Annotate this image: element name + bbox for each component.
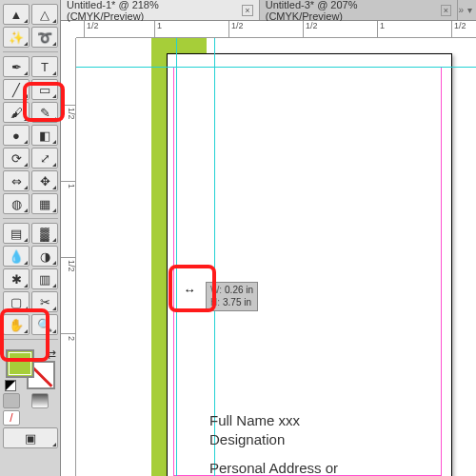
slice-tool[interactable]: ✂: [31, 291, 58, 312]
paintbrush-tool[interactable]: 🖌: [3, 102, 30, 123]
mesh-icon: ▤: [10, 228, 22, 240]
measure-h-label: H:: [210, 297, 220, 307]
resize-cursor-icon: ↔: [175, 282, 204, 297]
pencil-icon: ✎: [40, 107, 50, 119]
hand-tool[interactable]: ✋: [3, 314, 30, 335]
screen-mode-button[interactable]: ▣: [3, 427, 58, 448]
close-icon[interactable]: ×: [441, 5, 452, 16]
canvas[interactable]: Full Name xxx Designation Personal Addre…: [76, 38, 476, 476]
perspective-tool[interactable]: ▦: [31, 193, 58, 214]
zoom-tool[interactable]: 🔍: [31, 314, 58, 335]
ruler-tick: 1/2: [228, 21, 244, 37]
close-icon[interactable]: ×: [242, 5, 253, 16]
color-mode-button[interactable]: [3, 393, 20, 408]
mesh-tool[interactable]: ▤: [3, 223, 30, 244]
measure-w-value: 0.26 in: [225, 285, 253, 295]
guide-horizontal[interactable]: [76, 67, 476, 68]
direct-selection-icon: △: [40, 9, 50, 21]
free-transform-tool[interactable]: ✥: [31, 170, 58, 191]
line-tool[interactable]: ╱: [3, 79, 30, 100]
width-icon: ⇔: [11, 175, 22, 188]
swap-fill-stroke-icon[interactable]: ⇄: [47, 347, 56, 361]
lasso-tool[interactable]: ➰: [31, 27, 58, 48]
blob-brush-icon: ●: [12, 129, 20, 142]
line-icon: ╱: [12, 84, 20, 96]
hand-icon: ✋: [9, 319, 24, 331]
ruler-tick: 1/2: [61, 105, 75, 120]
fill-stroke-swatches: ⇄: [3, 347, 58, 391]
blend-icon: ◑: [40, 250, 50, 263]
gradient-mode-button[interactable]: [31, 393, 49, 408]
ruler-tick: 1/2: [451, 21, 466, 37]
tab-nav-next-icon[interactable]: »: [458, 5, 464, 15]
document-tab-bar: Untitled-1* @ 218% (CMYK/Preview) × Unti…: [61, 0, 476, 21]
blob-brush-tool[interactable]: ●: [3, 125, 30, 146]
type-icon: T: [41, 61, 49, 73]
rectangle-icon: ▭: [39, 84, 50, 96]
screen-mode-icon: ▣: [25, 432, 36, 445]
tab-menu-icon[interactable]: ▾: [467, 5, 472, 15]
text-full-name[interactable]: Full Name xxx: [209, 411, 300, 430]
direct-selection-tool[interactable]: △: [31, 4, 58, 25]
document-tab-1[interactable]: Untitled-1* @ 218% (CMYK/Preview) ×: [61, 0, 260, 20]
tab-nav: » ▾: [458, 0, 476, 20]
perspective-icon: ▦: [39, 198, 50, 210]
scale-tool[interactable]: ⤢: [31, 148, 58, 169]
gradient-icon: ▓: [40, 228, 49, 240]
paintbrush-icon: 🖌: [10, 107, 23, 119]
ruler-vertical[interactable]: 1/2 1 1/2 2: [61, 38, 76, 476]
ruler-tick: 1/2: [303, 21, 318, 37]
symbol-sprayer-icon: ✱: [11, 273, 22, 286]
text-designation[interactable]: Designation: [209, 430, 285, 449]
rectangle-tool[interactable]: ▭: [31, 79, 58, 100]
eraser-icon: ◧: [39, 129, 50, 142]
type-tool[interactable]: T: [31, 56, 58, 77]
artboard-tool[interactable]: ▢: [3, 291, 30, 312]
selection-tool[interactable]: ▲: [3, 4, 30, 25]
guide-vertical[interactable]: [176, 38, 177, 476]
ruler-tick: 2: [61, 333, 75, 341]
default-fill-stroke-icon[interactable]: [5, 380, 16, 391]
ruler-horizontal[interactable]: 1/2 1 1/2 1/2 1 1/2: [76, 21, 476, 38]
width-tool[interactable]: ⇔: [3, 170, 30, 191]
measure-w-label: W:: [210, 285, 222, 295]
selection-icon: ▲: [10, 9, 23, 21]
lasso-icon: ➰: [37, 31, 52, 44]
tools-panel: ▲△✨➰✒T╱▭🖌✎●◧⟳⤢⇔✥◍▦▤▓💧◑✱▥▢✂✋🔍⇄/▣: [0, 0, 61, 476]
magic-wand-tool[interactable]: ✨: [3, 27, 30, 48]
fill-swatch[interactable]: [6, 349, 34, 378]
eyedropper-icon: 💧: [9, 250, 24, 263]
gradient-tool[interactable]: ▓: [31, 223, 58, 244]
column-graph-tool[interactable]: ▥: [31, 268, 58, 289]
document-tab-2[interactable]: Untitled-3* @ 207% (CMYK/Preview) ×: [260, 0, 459, 20]
rotate-tool[interactable]: ⟳: [3, 148, 30, 169]
ruler-tick: 1/2: [61, 257, 75, 272]
pencil-tool[interactable]: ✎: [31, 102, 58, 123]
document-tab-label: Untitled-3* @ 207% (CMYK/Preview): [266, 0, 437, 22]
ruler-tick: 1: [154, 21, 162, 37]
eraser-tool[interactable]: ◧: [31, 125, 58, 146]
shape-builder-icon: ◍: [11, 198, 22, 210]
text-address-line1[interactable]: Personal Address or: [209, 459, 338, 476]
ruler-tick: 1: [377, 21, 385, 37]
measurement-tooltip: W:0.26 in H:3.75 in: [206, 282, 258, 311]
ruler-tick: 1: [61, 181, 75, 188]
pen-icon: ✒: [11, 61, 22, 73]
eyedropper-tool[interactable]: 💧: [3, 246, 30, 267]
ruler-tick: 1/2: [84, 21, 99, 37]
column-graph-icon: ▥: [39, 273, 50, 286]
artboard-icon: ▢: [10, 296, 22, 308]
blend-tool[interactable]: ◑: [31, 246, 58, 267]
zoom-icon: 🔍: [37, 319, 52, 331]
symbol-sprayer-tool[interactable]: ✱: [3, 268, 30, 289]
scale-icon: ⤢: [40, 152, 50, 165]
rotate-icon: ⟳: [11, 152, 22, 165]
pen-tool[interactable]: ✒: [3, 56, 30, 77]
magic-wand-icon: ✨: [9, 31, 24, 44]
guide-vertical[interactable]: [214, 38, 215, 476]
none-mode-button[interactable]: /: [3, 410, 20, 426]
measure-h-value: 3.75 in: [223, 297, 251, 307]
free-transform-icon: ✥: [40, 175, 50, 188]
slice-icon: ✂: [40, 296, 50, 308]
shape-builder-tool[interactable]: ◍: [3, 193, 30, 214]
